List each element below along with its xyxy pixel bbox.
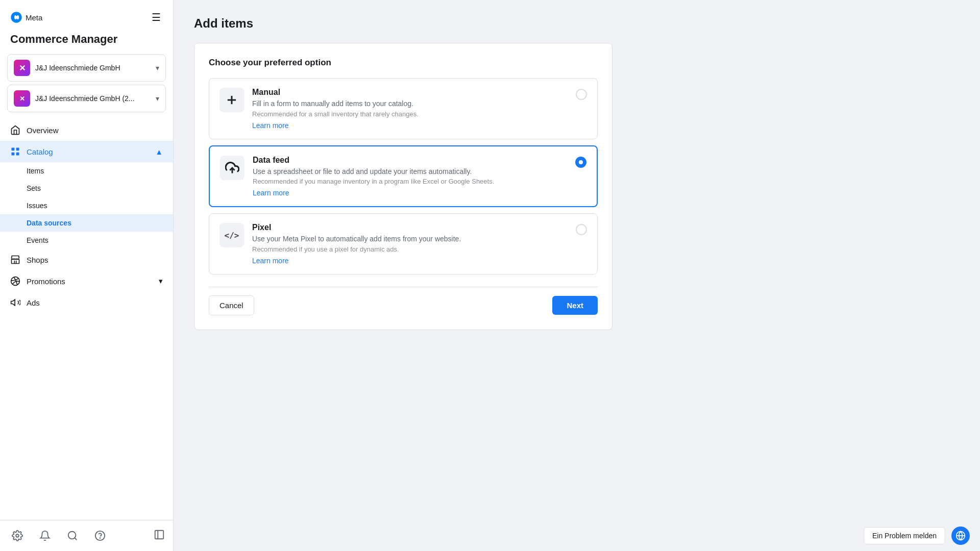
option-manual[interactable]: Manual Fill in a form to manually add it… xyxy=(209,78,598,139)
account-selector-2[interactable]: ✕ J&J Ideenschmiede GmbH (2... ▾ xyxy=(7,85,166,112)
page-title: Add items xyxy=(194,16,960,31)
svg-marker-8 xyxy=(11,299,15,306)
sidebar-item-ads[interactable]: Ads xyxy=(0,292,173,313)
svg-rect-2 xyxy=(12,153,15,156)
data-feed-icon xyxy=(220,156,244,180)
svg-rect-0 xyxy=(12,148,15,151)
sidebar-toggle-icon[interactable] xyxy=(154,529,165,543)
data-feed-title: Data feed xyxy=(253,156,567,165)
svg-line-11 xyxy=(75,538,77,540)
account-name-2: J&J Ideenschmiede GmbH (2... xyxy=(35,94,151,103)
hamburger-button[interactable]: ☰ xyxy=(150,9,163,26)
account-avatar-2: ✕ xyxy=(14,90,30,107)
account-name-1: J&J Ideenschmiede GmbH xyxy=(35,64,151,72)
sidebar-footer xyxy=(0,520,173,551)
svg-point-10 xyxy=(68,532,76,539)
manual-icon xyxy=(219,88,244,112)
pixel-rec: Recommended if you use a pixel for dynam… xyxy=(252,245,568,253)
svg-rect-4 xyxy=(12,259,19,263)
account-avatar-1: ✕ xyxy=(14,60,30,76)
chevron-down-icon-1: ▾ xyxy=(156,64,159,72)
data-feed-rec: Recommended if you manage inventory in a… xyxy=(253,178,567,185)
next-button[interactable]: Next xyxy=(552,296,598,315)
chevron-down-icon-2: ▾ xyxy=(156,94,159,103)
manual-rec: Recommended for a small inventory that r… xyxy=(252,110,568,118)
sidebar-item-shops[interactable]: Shops xyxy=(0,249,173,270)
sidebar-header: Meta ☰ xyxy=(0,0,173,31)
data-feed-desc: Use a spreadsheet or file to add and upd… xyxy=(253,167,567,177)
cancel-button[interactable]: Cancel xyxy=(209,295,254,315)
option-data-feed[interactable]: Data feed Use a spreadsheet or file to a… xyxy=(209,145,598,208)
account-selector-1[interactable]: ✕ J&J Ideenschmiede GmbH ▾ xyxy=(7,54,166,82)
card-footer: Cancel Next xyxy=(209,287,598,315)
help-icon[interactable] xyxy=(91,527,109,545)
choose-option-title: Choose your preferred option xyxy=(209,58,598,68)
data-feed-radio[interactable] xyxy=(575,157,586,168)
meta-logo-text: Meta xyxy=(26,13,42,22)
ads-label: Ads xyxy=(27,298,163,307)
manual-radio[interactable] xyxy=(576,89,587,100)
sidebar-item-events[interactable]: Events xyxy=(0,232,173,249)
data-feed-learn-more[interactable]: Learn more xyxy=(253,189,289,197)
sidebar: Meta ☰ Commerce Manager ✕ J&J Ideenschmi… xyxy=(0,0,174,551)
sidebar-item-items[interactable]: Items xyxy=(0,162,173,180)
sidebar-item-promotions[interactable]: Promotions ▾ xyxy=(0,270,173,292)
svg-point-9 xyxy=(16,534,19,537)
home-icon xyxy=(10,125,20,135)
settings-icon[interactable] xyxy=(8,527,27,545)
ads-icon xyxy=(10,297,20,308)
shops-icon xyxy=(10,255,20,265)
meta-logo: Meta xyxy=(10,11,42,23)
sidebar-title: Commerce Manager xyxy=(0,31,173,54)
manual-desc: Fill in a form to manually add items to … xyxy=(252,99,568,109)
catalog-chevron-icon: ▲ xyxy=(155,147,163,156)
sidebar-item-data-sources[interactable]: Data sources xyxy=(0,214,173,232)
nav-section: Overview Catalog ▲ Items Sets Issues xyxy=(0,115,173,317)
overview-label: Overview xyxy=(27,126,163,135)
pixel-icon: </> xyxy=(219,223,244,247)
globe-icon[interactable] xyxy=(951,527,970,545)
main-content: Add items Choose your preferred option M… xyxy=(174,0,980,551)
catalog-icon xyxy=(10,146,20,157)
manual-learn-more[interactable]: Learn more xyxy=(252,121,289,130)
manual-title: Manual xyxy=(252,88,568,97)
notifications-icon[interactable] xyxy=(36,527,54,545)
report-problem-button[interactable]: Ein Problem melden xyxy=(864,527,945,544)
sidebar-item-overview[interactable]: Overview xyxy=(0,119,173,141)
pixel-learn-more[interactable]: Learn more xyxy=(252,257,289,265)
svg-rect-3 xyxy=(16,153,19,156)
promotions-chevron-icon: ▾ xyxy=(159,277,163,286)
svg-rect-1 xyxy=(16,148,19,151)
promotions-label: Promotions xyxy=(27,277,153,286)
svg-rect-14 xyxy=(155,530,164,539)
sidebar-item-sets[interactable]: Sets xyxy=(0,180,173,197)
pixel-title: Pixel xyxy=(252,223,568,232)
catalog-label: Catalog xyxy=(27,147,149,156)
search-icon[interactable] xyxy=(63,527,82,545)
pixel-radio[interactable] xyxy=(576,224,587,235)
promotions-icon xyxy=(10,276,20,286)
bottom-bar: Ein Problem melden xyxy=(853,520,980,551)
pixel-desc: Use your Meta Pixel to automatically add… xyxy=(252,234,568,244)
sidebar-item-catalog[interactable]: Catalog ▲ xyxy=(0,141,173,162)
sidebar-item-issues[interactable]: Issues xyxy=(0,197,173,214)
shops-label: Shops xyxy=(27,256,163,264)
option-pixel[interactable]: </> Pixel Use your Meta Pixel to automat… xyxy=(209,213,598,274)
add-items-card: Choose your preferred option Manual Fill… xyxy=(194,43,612,330)
